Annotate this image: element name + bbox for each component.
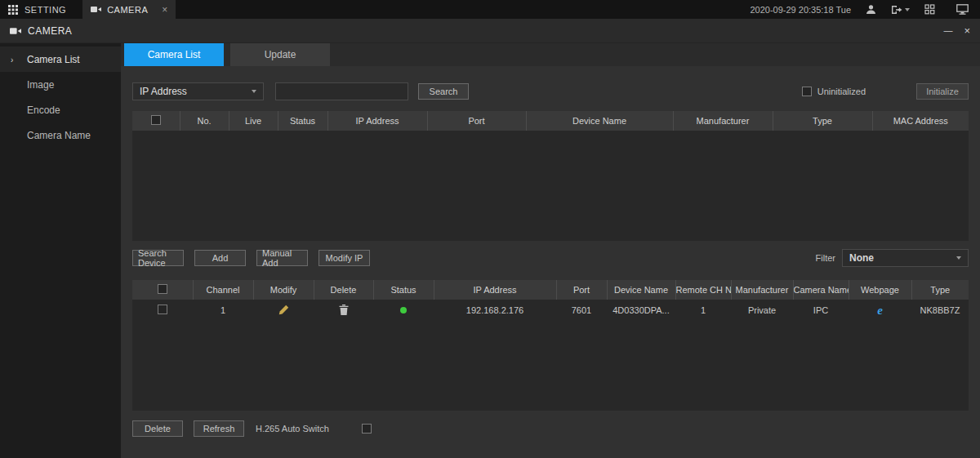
sidebar-item-label: Camera List [27,54,80,65]
device-table-body-empty [132,131,969,241]
window-title-bar: CAMERA — × [0,19,980,43]
table-row[interactable]: 1 [132,300,969,321]
channel-cell: 1 [193,300,253,321]
modify-cell [253,300,314,321]
manufacturer-cell: Private [731,300,793,321]
refresh-button[interactable]: Refresh [194,420,244,437]
top-tab-camera[interactable]: CAMERA × [82,0,176,19]
minimize-icon[interactable]: — [943,26,952,35]
filter-value: None [849,252,874,264]
system-datetime: 2020-09-29 20:35:18 Tue [750,5,851,15]
top-tab-camera-label: CAMERA [107,5,148,15]
close-icon[interactable]: × [964,25,970,36]
sidebar-item-label: Encode [27,104,60,116]
tab-camera-list[interactable]: Camera List [124,43,224,66]
search-button[interactable]: Search [418,83,469,100]
h265-auto-switch-label: H.265 Auto Switch [256,424,329,434]
uninitialized-checkbox[interactable] [802,87,812,96]
added-table-header: Status [373,280,434,300]
sidebar-item-label: Image [27,79,54,91]
device-table-header: Type [773,111,872,131]
sidebar-item-encode[interactable]: Encode [0,97,121,122]
added-table-header: Port [556,280,607,300]
added-table-select-all-checkbox[interactable] [158,284,167,294]
search-type-value: IP Address [140,86,187,97]
added-table-header: Modify [253,280,314,300]
ip-address-cell: 192.168.2.176 [434,300,556,321]
filter-dropdown[interactable]: None [842,249,969,267]
delete-button[interactable]: Delete [132,420,183,437]
sidebar-item-label: Camera Name [27,130,91,141]
sidebar-item-camera-name[interactable]: Camera Name [0,122,121,148]
port-cell: 7601 [556,300,607,321]
pencil-icon[interactable] [278,305,289,315]
chevron-down-icon [956,256,961,260]
topbar-right-cluster: 2020-09-29 20:35:18 Tue [750,0,980,19]
device-table-header: IP Address [327,111,427,131]
added-table-header: Manufacturer [731,280,793,300]
top-tab-close-icon[interactable]: × [162,5,167,15]
search-type-dropdown[interactable]: IP Address [132,82,264,100]
row-select-cell [132,300,193,321]
added-table-header: Remote CH No... [675,280,731,300]
content-area: Camera List Update IP Address Search Uni… [121,43,980,458]
added-table-header: Delete [314,280,373,300]
device-table-header: Status [278,111,327,131]
panel-tabs: Camera List Update [121,43,980,66]
row-checkbox[interactable] [158,305,167,314]
uninitialized-label: Uninitialized [817,87,866,96]
device-table: No. Live Status IP Address Port Device N… [132,111,969,241]
added-table-select-all-cell [132,280,193,300]
logout-icon[interactable] [891,5,910,15]
user-icon[interactable] [866,4,876,15]
logout-caret-icon [905,8,910,11]
device-name-cell: 4D0330DPA... [607,300,675,321]
tab-update[interactable]: Update [230,43,330,66]
added-table-header: Device Name [607,280,675,300]
modify-ip-button[interactable]: Modify IP [318,250,370,266]
search-row: IP Address Search Uninitialized Initiali… [132,82,969,100]
device-table-select-all-checkbox[interactable] [151,115,161,125]
sidebar-item-camera-list[interactable]: › Camera List [0,47,121,72]
filter-label: Filter [816,253,835,263]
search-device-button[interactable]: Search Device [132,250,184,266]
trash-icon[interactable] [339,305,349,315]
sidebar-item-image[interactable]: Image [0,72,121,97]
page-title: CAMERA [28,25,72,37]
status-cell [373,300,434,321]
top-system-bar: SETTING CAMERA × 2020-09-29 20:35:18 Tue [0,0,980,19]
added-table-header: IP Address [434,280,556,300]
footer-actions-row: Delete Refresh H.265 Auto Switch [132,420,969,437]
initialize-button[interactable]: Initialize [916,83,969,100]
camera-icon [91,6,101,13]
window-controls: — × [943,25,970,36]
camera-list-panel: IP Address Search Uninitialized Initiali… [121,66,980,458]
add-button[interactable]: Add [194,250,246,266]
device-table-header: Port [427,111,526,131]
search-input[interactable] [275,82,408,100]
camera-title-icon [10,27,21,35]
added-table-header: Type [911,280,969,300]
monitor-icon[interactable] [956,4,969,15]
app-window: SETTING CAMERA × 2020-09-29 20:35:18 Tue [0,0,980,458]
delete-cell [314,300,373,321]
chevron-down-icon [252,90,256,93]
added-table-header: Camera Name [793,280,849,300]
chevron-right-icon: › [11,55,13,64]
webpage-cell: e [849,300,911,321]
type-cell: NK8BB7Z [911,300,969,321]
ie-browser-icon[interactable]: e [877,304,883,317]
added-table-header: Webpage [849,280,911,300]
channel-status-icon[interactable] [924,4,935,15]
device-table-header: Manufacturer [673,111,773,131]
h265-auto-switch-checkbox[interactable] [362,424,372,434]
device-table-header: Device Name [526,111,673,131]
device-table-select-all-cell [132,111,180,131]
main-menu-button[interactable]: SETTING [0,0,82,19]
device-table-header: MAC Address [872,111,969,131]
manual-add-button[interactable]: Manual Add [256,250,308,266]
device-table-header: Live [229,111,278,131]
device-actions-row: Search Device Add Manual Add Modify IP F… [132,249,969,267]
camera-name-cell: IPC [793,300,849,321]
grid-menu-icon [8,5,18,15]
